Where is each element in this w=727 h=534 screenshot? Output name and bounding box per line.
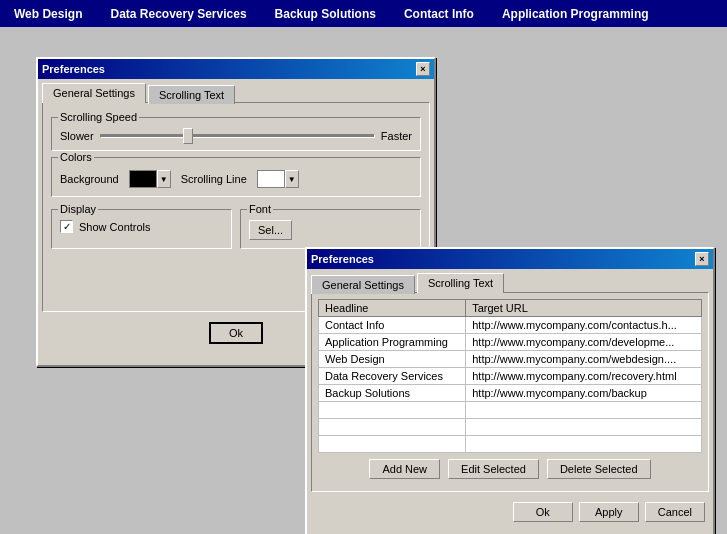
- url-cell: http://www.mycompany.com/backup: [466, 385, 702, 402]
- url-cell: http://www.mycompany.com/contactus.h...: [466, 317, 702, 334]
- background-label: Background: [60, 173, 119, 185]
- menubar: Web Design Data Recovery Services Backup…: [0, 0, 727, 27]
- close-button-2[interactable]: ×: [695, 252, 709, 266]
- table-row[interactable]: Application Programminghttp://www.mycomp…: [319, 334, 702, 351]
- scrolling-speed-group: Scrolling Speed Slower Faster: [51, 117, 421, 151]
- table-row[interactable]: Backup Solutionshttp://www.mycompany.com…: [319, 385, 702, 402]
- add-new-button[interactable]: Add New: [369, 459, 440, 479]
- display-label: Display: [58, 203, 98, 215]
- preferences-window-2: Preferences × General Settings Scrolling…: [305, 247, 715, 534]
- main-area: Preferences × General Settings Scrolling…: [0, 27, 727, 534]
- scrolling-line-swatch[interactable]: [257, 170, 285, 188]
- slower-label: Slower: [60, 130, 94, 142]
- headline-cell: Data Recovery Services: [319, 368, 466, 385]
- tab-general-2[interactable]: General Settings: [311, 275, 415, 294]
- colors-row: Background ▼ Scrolling Line ▼: [60, 170, 412, 188]
- ok-button-1[interactable]: Ok: [209, 322, 263, 344]
- table-row[interactable]: Data Recovery Serviceshttp://www.mycompa…: [319, 368, 702, 385]
- table-row-empty: [319, 436, 702, 453]
- apply-button[interactable]: Apply: [579, 502, 639, 522]
- window-1-title: Preferences: [42, 63, 416, 75]
- menu-contact[interactable]: Contact Info: [390, 3, 488, 25]
- delete-selected-button[interactable]: Delete Selected: [547, 459, 651, 479]
- titlebar-1[interactable]: Preferences ×: [38, 59, 434, 79]
- menu-app-programming[interactable]: Application Programming: [488, 3, 663, 25]
- faster-label: Faster: [381, 130, 412, 142]
- col-headline: Headline: [319, 300, 466, 317]
- headline-cell: Application Programming: [319, 334, 466, 351]
- bottom-buttons: Ok Apply Cancel: [307, 496, 713, 528]
- menu-backup[interactable]: Backup Solutions: [261, 3, 390, 25]
- cancel-button[interactable]: Cancel: [645, 502, 705, 522]
- font-label: Font: [247, 203, 273, 215]
- show-controls-label: Show Controls: [79, 221, 151, 233]
- titlebar-2[interactable]: Preferences ×: [307, 249, 713, 269]
- headline-cell: Web Design: [319, 351, 466, 368]
- font-group: Font Sel...: [240, 209, 421, 249]
- tab-general-1[interactable]: General Settings: [42, 83, 146, 103]
- colors-label: Colors: [58, 151, 94, 163]
- show-controls-checkbox[interactable]: ✓: [60, 220, 73, 233]
- tab-scrolling-1[interactable]: Scrolling Text: [148, 85, 235, 104]
- table-row[interactable]: Contact Infohttp://www.mycompany.com/con…: [319, 317, 702, 334]
- headline-cell: Contact Info: [319, 317, 466, 334]
- table-row-empty: [319, 419, 702, 436]
- url-cell: http://www.mycompany.com/recovery.html: [466, 368, 702, 385]
- url-cell: http://www.mycompany.com/webdesign....: [466, 351, 702, 368]
- colors-group: Colors Background ▼ Scrolling Line ▼: [51, 157, 421, 197]
- scrolling-line-dropdown[interactable]: ▼: [285, 170, 299, 188]
- tab-content-2: Headline Target URL Contact Infohttp://w…: [311, 292, 709, 492]
- scrolling-speed-label: Scrolling Speed: [58, 111, 139, 123]
- menu-web-design[interactable]: Web Design: [0, 3, 96, 25]
- background-swatch[interactable]: [129, 170, 157, 188]
- headline-cell: Backup Solutions: [319, 385, 466, 402]
- table-row-empty: [319, 402, 702, 419]
- scrolling-line-label: Scrolling Line: [181, 173, 247, 185]
- font-select-button[interactable]: Sel...: [249, 220, 292, 240]
- background-dropdown[interactable]: ▼: [157, 170, 171, 188]
- menu-data-recovery[interactable]: Data Recovery Services: [96, 3, 260, 25]
- url-cell: http://www.mycompany.com/developme...: [466, 334, 702, 351]
- tab-bar-1: General Settings Scrolling Text: [38, 79, 434, 102]
- action-buttons: Add New Edit Selected Delete Selected: [318, 453, 702, 485]
- scrolling-text-table: Headline Target URL Contact Infohttp://w…: [318, 299, 702, 453]
- window-2-title: Preferences: [311, 253, 695, 265]
- speed-slider[interactable]: [100, 134, 375, 138]
- col-url: Target URL: [466, 300, 702, 317]
- tab-scrolling-2[interactable]: Scrolling Text: [417, 273, 504, 293]
- show-controls-row: ✓ Show Controls: [60, 220, 223, 233]
- tab-bar-2: General Settings Scrolling Text: [307, 269, 713, 292]
- table-row[interactable]: Web Designhttp://www.mycompany.com/webde…: [319, 351, 702, 368]
- display-group: Display ✓ Show Controls: [51, 209, 232, 249]
- close-button-1[interactable]: ×: [416, 62, 430, 76]
- ok-button-2[interactable]: Ok: [513, 502, 573, 522]
- edit-selected-button[interactable]: Edit Selected: [448, 459, 539, 479]
- slider-thumb[interactable]: [183, 128, 193, 144]
- slider-row: Slower Faster: [60, 130, 412, 142]
